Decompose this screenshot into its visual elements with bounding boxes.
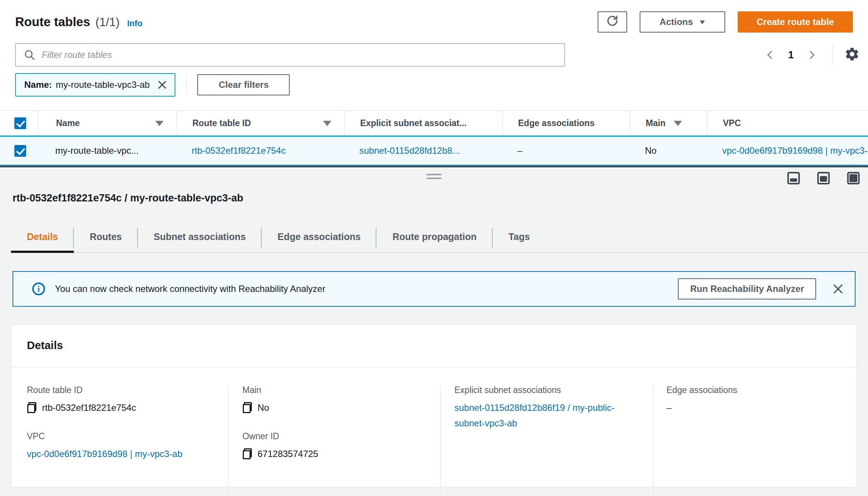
tab-subnet-associations[interactable]: Subnet associations	[138, 223, 262, 252]
copy-icon[interactable]	[242, 402, 252, 413]
details-heading: Details	[27, 339, 63, 351]
details-column-3: Explicit subnet associations subnet-0115…	[440, 385, 653, 496]
banner-close-icon[interactable]	[832, 283, 844, 295]
column-label: Edge associations	[518, 118, 595, 128]
field-value: rtb-0532ef1f8221e754c	[42, 400, 136, 415]
reachability-banner: i You can now check network connectivity…	[12, 271, 856, 307]
settings-gear-button[interactable]	[844, 47, 860, 63]
row-edge-associations-cell: –	[502, 137, 630, 165]
pagination: 1	[762, 44, 860, 66]
vpc-link[interactable]: vpc-0d0e6f917b9169d98 | my-vpc3-ab	[27, 446, 183, 462]
applied-filters-row: Name: my-route-table-vpc3-ab Clear filte…	[0, 67, 868, 97]
column-header-vpc[interactable]: VPC	[707, 111, 868, 136]
copy-icon[interactable]	[242, 448, 252, 460]
sort-icon[interactable]	[323, 121, 331, 126]
search-box	[15, 43, 565, 67]
banner-button-label: Run Reachability Analyzer	[690, 284, 804, 294]
clear-filters-button[interactable]: Clear filters	[197, 74, 290, 95]
details-card: Details Route table ID rtb-0532ef1f8221e…	[11, 324, 857, 488]
filter-row: 1	[0, 33, 868, 67]
layout-full-panel-icon[interactable]	[847, 172, 860, 184]
create-label: Create route table	[757, 17, 834, 27]
refresh-button[interactable]	[598, 11, 627, 33]
select-all-checkbox[interactable]	[14, 117, 26, 129]
column-header-name[interactable]: Name	[38, 111, 176, 136]
remove-filter-icon[interactable]	[157, 80, 167, 90]
subnet-association-link[interactable]: subnet-0115d28fd12b86f19 / my-public-sub…	[454, 400, 632, 431]
result-count: (1/1)	[95, 16, 120, 29]
panel-drag-handle[interactable]	[426, 174, 442, 181]
route-tables-table: Name Route table ID Explicit subnet asso…	[0, 110, 868, 166]
filter-chip-key: Name:	[24, 80, 52, 90]
gear-icon	[845, 47, 860, 63]
pagination-divider	[832, 44, 833, 66]
route-table-id-link[interactable]: rtb-0532ef1f8221e754c	[192, 145, 286, 156]
run-reachability-analyzer-button[interactable]: Run Reachability Analyzer	[678, 278, 816, 299]
column-header-explicit-subnet[interactable]: Explicit subnet associat...	[344, 111, 502, 136]
table-row-selected[interactable]: my-route-table-vpc... rtb-0532ef1f8221e7…	[0, 136, 868, 166]
field-label: Owner ID	[242, 431, 429, 441]
previous-page-button[interactable]	[762, 47, 778, 63]
details-grid: Route table ID rtb-0532ef1f8221e754c VPC…	[12, 368, 856, 496]
row-main-cell: No	[630, 137, 707, 165]
layout-split-panel-icon[interactable]	[817, 172, 830, 184]
field-label: VPC	[27, 431, 217, 441]
chip-divider	[186, 74, 187, 95]
field-route-table-id: Route table ID rtb-0532ef1f8221e754c	[27, 385, 217, 415]
details-card-header: Details	[12, 325, 856, 368]
route-tables-list-pane: Route tables (1/1) Info Actions ▼ Create…	[0, 0, 868, 166]
column-label: Explicit subnet associat...	[360, 118, 467, 128]
details-column-2: Main No Owner ID 671283574725	[228, 385, 440, 496]
tab-routes[interactable]: Routes	[74, 223, 138, 252]
tab-route-propagation[interactable]: Route propagation	[376, 223, 492, 252]
filter-chip-value: my-route-table-vpc3-ab	[56, 80, 150, 90]
filter-chip-name: Name: my-route-table-vpc3-ab	[15, 73, 175, 97]
field-explicit-subnet-associations: Explicit subnet associations subnet-0115…	[454, 385, 642, 431]
caret-down-icon: ▼	[698, 19, 706, 25]
actions-label: Actions	[660, 17, 693, 27]
sort-icon[interactable]	[155, 121, 164, 126]
tab-edge-associations[interactable]: Edge associations	[262, 223, 377, 252]
column-header-route-table-id[interactable]: Route table ID	[176, 111, 344, 136]
field-owner-id: Owner ID 671283574725	[242, 431, 429, 462]
filter-input[interactable]	[15, 43, 565, 67]
select-all-cell	[0, 111, 38, 136]
column-label: VPC	[723, 118, 741, 128]
layout-bottom-panel-icon[interactable]	[787, 172, 800, 184]
banner-text: You can now check network connectivity w…	[55, 284, 325, 294]
column-header-main[interactable]: Main	[630, 111, 707, 136]
row-explicit-subnet-cell: subnet-0115d28fd12b8...	[344, 137, 502, 165]
row-route-table-id-cell: rtb-0532ef1f8221e754c	[176, 137, 344, 165]
row-vpc-cell: vpc-0d0e6f917b9169d98 | my-vpc3-ab	[707, 137, 868, 165]
detail-panel: rtb-0532ef1f8221e754c / my-route-table-v…	[0, 167, 868, 496]
row-checkbox[interactable]	[14, 145, 26, 157]
column-header-edge-associations[interactable]: Edge associations	[502, 111, 630, 136]
refresh-icon	[606, 14, 619, 30]
table-header-row: Name Route table ID Explicit subnet asso…	[0, 110, 868, 136]
sort-icon[interactable]	[674, 121, 682, 126]
field-value: –	[667, 400, 671, 415]
field-vpc: VPC vpc-0d0e6f917b9169d98 | my-vpc3-ab	[27, 431, 217, 462]
column-label: Main	[646, 118, 665, 128]
field-main: Main No	[242, 385, 429, 415]
copy-icon[interactable]	[27, 402, 37, 413]
tab-details[interactable]: Details	[11, 223, 74, 252]
vpc-console-screen: Route tables (1/1) Info Actions ▼ Create…	[0, 0, 868, 496]
title-group: Route tables (1/1) Info	[15, 15, 142, 29]
field-label: Route table ID	[27, 385, 217, 395]
current-page-number: 1	[788, 49, 794, 61]
detail-tabs: Details Routes Subnet associations Edge …	[11, 223, 868, 253]
next-page-button[interactable]	[804, 47, 820, 63]
list-header: Route tables (1/1) Info Actions ▼ Create…	[0, 0, 868, 33]
panel-layout-buttons	[787, 172, 860, 184]
header-buttons: Actions ▼ Create route table	[598, 11, 853, 33]
field-label: Edge associations	[667, 385, 845, 395]
subnet-link[interactable]: subnet-0115d28fd12b8...	[359, 145, 460, 156]
create-route-table-button[interactable]: Create route table	[738, 11, 853, 33]
tab-tags[interactable]: Tags	[493, 223, 546, 252]
info-link[interactable]: Info	[127, 19, 142, 28]
actions-dropdown-button[interactable]: Actions ▼	[640, 11, 725, 33]
details-column-4: Edge associations –	[653, 385, 856, 496]
column-label: Name	[56, 118, 80, 128]
vpc-link[interactable]: vpc-0d0e6f917b9169d98 | my-vpc3-ab	[722, 145, 868, 156]
